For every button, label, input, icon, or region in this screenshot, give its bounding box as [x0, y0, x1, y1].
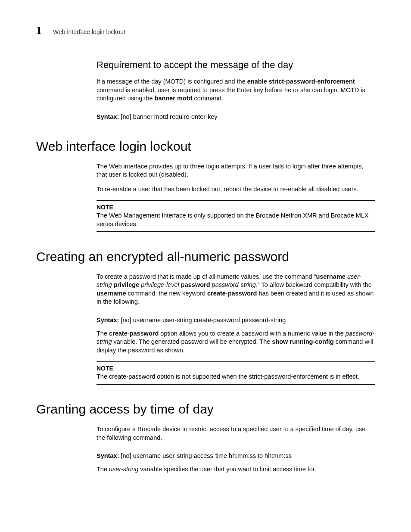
variable-text: hh:mm:ss — [229, 452, 256, 459]
text: command. — [192, 95, 223, 102]
command-text: show running-config — [272, 338, 333, 345]
command-text: enable strict-password-enforcement — [247, 78, 355, 85]
text: .” To allow backward compatibility with … — [256, 281, 372, 288]
command-text: privilege — [114, 281, 140, 288]
syntax-line: Syntax: [no] banner motd require-enter-k… — [97, 113, 375, 120]
text: If a message of the day (MOTD) is config… — [97, 78, 247, 85]
command-text: create-password — [207, 290, 257, 297]
running-title: Web interface login lockout — [53, 28, 125, 35]
note-text: The Web Management Interface is only sup… — [97, 212, 369, 227]
paragraph: The Web interface provides up to three l… — [97, 162, 375, 179]
running-header: 1 Web interface login lockout — [36, 25, 375, 36]
paragraph: To create a password that is made up of … — [97, 273, 375, 306]
variable-text: password-string — [212, 281, 256, 288]
command-text: username — [316, 273, 346, 280]
heading-numeric: Creating an encrypted all-numeric passwo… — [36, 249, 375, 264]
heading-motd: Requirement to accept the message of the… — [97, 59, 375, 71]
page: 1 Web interface login lockout Requiremen… — [0, 0, 411, 532]
variable-text: password-string — [242, 317, 286, 324]
command-text: create-password — [192, 317, 242, 324]
syntax-line: Syntax: [no] username user-string create… — [97, 317, 375, 324]
command-text: to — [256, 452, 265, 459]
text: variable. The generated password will be… — [112, 338, 272, 345]
syntax-text: [no] username — [119, 452, 162, 459]
text: command, the new keyword — [126, 290, 208, 297]
syntax-text: [no] username — [119, 317, 162, 324]
syntax-label: Syntax: — [97, 452, 119, 459]
command-text: username — [97, 290, 126, 297]
command-text: create-password — [109, 373, 155, 380]
section-numeric-body: To create a password that is made up of … — [97, 273, 375, 385]
syntax-text: [no] banner motd require-enter-key — [119, 113, 217, 120]
heading-lockout: Web interface login lockout — [36, 139, 375, 154]
paragraph: To re-enable a user that has been locked… — [97, 185, 375, 194]
text: The — [97, 330, 109, 337]
text: option is not supported when the — [155, 373, 249, 380]
text: command is enabled, user is required to … — [97, 87, 365, 102]
text: is in effect. — [328, 373, 359, 380]
note-box: NOTE The Web Management Interface is onl… — [97, 200, 375, 232]
syntax-label: Syntax: — [97, 113, 119, 120]
heading-timeofday: Granting access by time of day — [36, 402, 375, 417]
section-timeofday-body: To configure a Brocade device to restric… — [97, 425, 375, 474]
variable-text: privilege-level — [141, 281, 179, 288]
variable-text: user-string — [109, 466, 138, 473]
command-text: create-password — [109, 330, 159, 337]
paragraph: To configure a Brocade device to restric… — [97, 425, 375, 442]
text: The — [97, 466, 109, 473]
note-text: The create-password option is not suppor… — [97, 373, 359, 380]
command-text: access-time — [192, 452, 229, 459]
text: option allows you to create a password w… — [159, 330, 346, 337]
paragraph: If a message of the day (MOTD) is config… — [97, 78, 375, 103]
text: variable specifies the user that you wan… — [138, 466, 316, 473]
command-text: password — [181, 281, 210, 288]
chapter-number: 1 — [36, 25, 42, 36]
variable-text: hh:mm:ss — [265, 452, 292, 459]
note-box: NOTE The create-password option is not s… — [97, 361, 375, 385]
paragraph: The create-password option allows you to… — [97, 330, 375, 355]
section-motd: Requirement to accept the message of the… — [97, 59, 375, 120]
note-label: NOTE — [97, 365, 375, 372]
note-label: NOTE — [97, 204, 375, 211]
variable-text: user-string — [162, 317, 192, 324]
command-text: strict-password-enforcement — [249, 373, 328, 380]
command-text: banner motd — [155, 95, 193, 102]
text: The — [97, 373, 109, 380]
paragraph: The user-string variable specifies the u… — [97, 465, 375, 474]
syntax-line: Syntax: [no] username user-string access… — [97, 452, 375, 459]
section-lockout-body: The Web interface provides up to three l… — [97, 162, 375, 232]
syntax-label: Syntax: — [97, 317, 119, 324]
text: To create a password that is made up of … — [97, 273, 316, 280]
variable-text: user-string — [162, 452, 192, 459]
